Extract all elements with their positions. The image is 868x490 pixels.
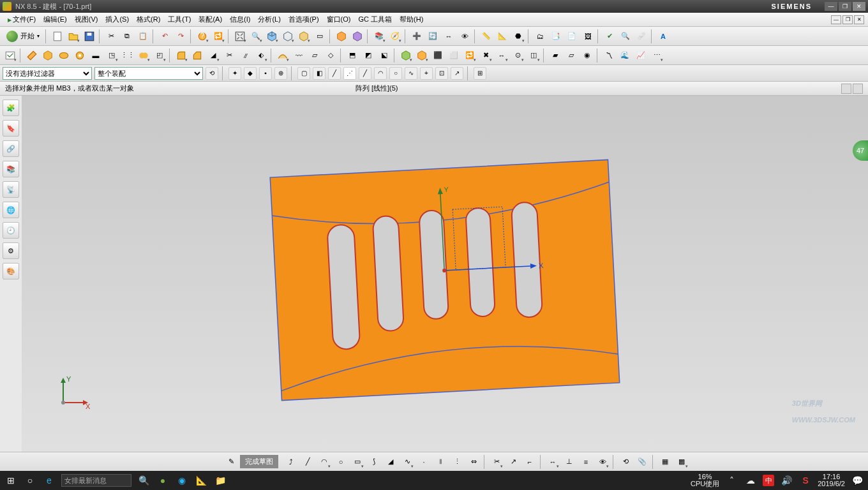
- sync-replace-button[interactable]: 🔁: [462, 48, 477, 63]
- layer-settings-button[interactable]: 📑: [548, 29, 564, 44]
- sel-datum-button[interactable]: ⊡: [435, 67, 448, 80]
- tray-cloud-icon[interactable]: ☁: [744, 473, 758, 487]
- pad-button[interactable]: ▬: [88, 48, 103, 63]
- measure-angle-button[interactable]: 📐: [495, 29, 510, 44]
- cortana-button[interactable]: ○: [23, 473, 37, 487]
- clip-button[interactable]: [350, 29, 365, 44]
- replace-component-button[interactable]: 🔄: [425, 29, 440, 44]
- sync-radial-button[interactable]: ⊙: [510, 48, 525, 63]
- filter-reset-button[interactable]: ⟲: [206, 67, 218, 80]
- profile-button[interactable]: ⤴: [283, 454, 299, 470]
- notification-badge[interactable]: 47: [853, 140, 868, 161]
- task-app-2[interactable]: ◉: [175, 473, 189, 487]
- close-button[interactable]: ✕: [853, 2, 865, 11]
- open-button[interactable]: [66, 29, 81, 44]
- sync-linear-button[interactable]: ↔: [494, 48, 509, 63]
- menu-edit[interactable]: 编辑(E): [40, 13, 71, 26]
- paste-button[interactable]: 📋: [135, 29, 151, 44]
- extrude-button[interactable]: [40, 48, 56, 63]
- wcs-button[interactable]: 🖼: [580, 29, 595, 44]
- bounded-plane-button[interactable]: ◇: [323, 48, 338, 63]
- roles-button[interactable]: 🎨: [3, 263, 19, 279]
- measure-dist-button[interactable]: 📏: [479, 29, 494, 44]
- menu-tools[interactable]: 工具(T): [164, 13, 195, 26]
- reuse-library-button[interactable]: 📚: [3, 161, 19, 177]
- unite-button[interactable]: [136, 48, 151, 63]
- system-button[interactable]: ⚙: [3, 242, 19, 259]
- analyze-dev-button[interactable]: 📈: [633, 48, 648, 63]
- sel-spline-button[interactable]: ∿: [405, 67, 417, 80]
- sk-chamfer-button[interactable]: ◢: [383, 454, 398, 470]
- copy-button[interactable]: ⧉: [119, 29, 135, 44]
- zoom-button[interactable]: 🔍: [248, 29, 264, 44]
- search-icon[interactable]: 🔍: [137, 473, 151, 487]
- maximize-button[interactable]: ❐: [839, 2, 851, 11]
- studio-spline-button[interactable]: ∿: [400, 454, 415, 470]
- fit-button[interactable]: [232, 29, 248, 44]
- sel-face-button[interactable]: ▢: [297, 67, 310, 80]
- new-button[interactable]: [50, 29, 65, 44]
- more-button[interactable]: ⋯: [649, 48, 664, 63]
- trim-sheet-button[interactable]: ◩: [361, 48, 376, 63]
- pattern-curve-button[interactable]: ⋮: [449, 454, 465, 470]
- hd3d-button[interactable]: 📡: [3, 181, 19, 198]
- through-curves-button[interactable]: [275, 48, 290, 63]
- chamfer-button[interactable]: [190, 48, 205, 63]
- mirror-curve-button[interactable]: ⇔: [466, 454, 481, 470]
- sel-circle-button[interactable]: ○: [389, 67, 402, 80]
- menu-window[interactable]: 窗口(O): [323, 13, 355, 26]
- render-button[interactable]: [264, 29, 280, 44]
- task-app-nx[interactable]: 📐: [194, 473, 208, 487]
- split-button[interactable]: ⫽: [237, 48, 253, 63]
- mdi-close-button[interactable]: ✕: [854, 15, 864, 24]
- sel-arc-button[interactable]: ◠: [374, 67, 387, 80]
- menu-assembly[interactable]: 装配(A): [195, 13, 226, 26]
- menu-prefs[interactable]: 首选项(P): [285, 13, 323, 26]
- tray-up-icon[interactable]: ˄: [724, 473, 738, 487]
- sync-move-button[interactable]: [398, 48, 414, 63]
- measure-body-button[interactable]: ⬣: [511, 29, 526, 44]
- sync-cross-button[interactable]: ✖: [478, 48, 493, 63]
- finish-sketch-button[interactable]: 完成草图: [240, 455, 278, 468]
- quick-extend-button[interactable]: ↗: [505, 454, 521, 470]
- snap-end-button[interactable]: ◆: [244, 67, 257, 80]
- arc-button[interactable]: ◠: [317, 454, 332, 470]
- menu-file[interactable]: 文件(F): [4, 13, 40, 26]
- tray-ime-icon[interactable]: 中: [763, 475, 774, 486]
- offset-curve-button[interactable]: ⫴: [433, 454, 448, 470]
- offset-surface-button[interactable]: ⬒: [345, 48, 360, 63]
- rectangle-button[interactable]: ▭: [350, 454, 365, 470]
- snap-point-button[interactable]: ✦: [228, 67, 241, 80]
- constraint-navigator-button[interactable]: 🔗: [3, 140, 19, 157]
- geo-constraint-button[interactable]: ⊥: [562, 454, 577, 470]
- start-button[interactable]: 开始▾: [3, 29, 43, 43]
- edge-blend-button[interactable]: [174, 48, 189, 63]
- sync-delete-button[interactable]: ⬜: [446, 48, 461, 63]
- task-app-1[interactable]: ●: [156, 473, 170, 487]
- sk-more-2-button[interactable]: ▩: [674, 454, 689, 470]
- examine-button[interactable]: 🔍: [618, 29, 633, 44]
- check-button[interactable]: ✔: [602, 29, 617, 44]
- constraint-button[interactable]: 🧭: [387, 29, 403, 44]
- revolve-button[interactable]: [56, 48, 71, 63]
- layer-move-button[interactable]: 📄: [564, 29, 580, 44]
- layer-sets-button[interactable]: 🗂: [532, 29, 548, 44]
- hole-button[interactable]: [72, 48, 87, 63]
- snap-mid-button[interactable]: ▪: [259, 67, 272, 80]
- part-navigator-button[interactable]: 🧩: [3, 100, 19, 116]
- mirror-button[interactable]: ⬖: [253, 48, 269, 63]
- sel-body-button[interactable]: ◧: [313, 67, 326, 80]
- tray-sound-icon[interactable]: 🔊: [779, 473, 793, 487]
- browser-button[interactable]: 🌐: [3, 202, 19, 218]
- add-component-button[interactable]: ➕: [409, 29, 424, 44]
- pocket-button[interactable]: ◳: [104, 48, 119, 63]
- surf-1-button[interactable]: ▰: [548, 48, 563, 63]
- text-button[interactable]: A: [655, 29, 671, 44]
- grid-button[interactable]: ⊞: [474, 67, 486, 80]
- fillet-button[interactable]: ⟆: [366, 454, 382, 470]
- surf-3-button[interactable]: ◉: [580, 48, 595, 63]
- sync-shell-button[interactable]: ◫: [526, 48, 541, 63]
- history-button[interactable]: 🕘: [3, 222, 19, 239]
- shell-button[interactable]: ◰: [152, 48, 167, 63]
- ruled-button[interactable]: ▱: [307, 48, 322, 63]
